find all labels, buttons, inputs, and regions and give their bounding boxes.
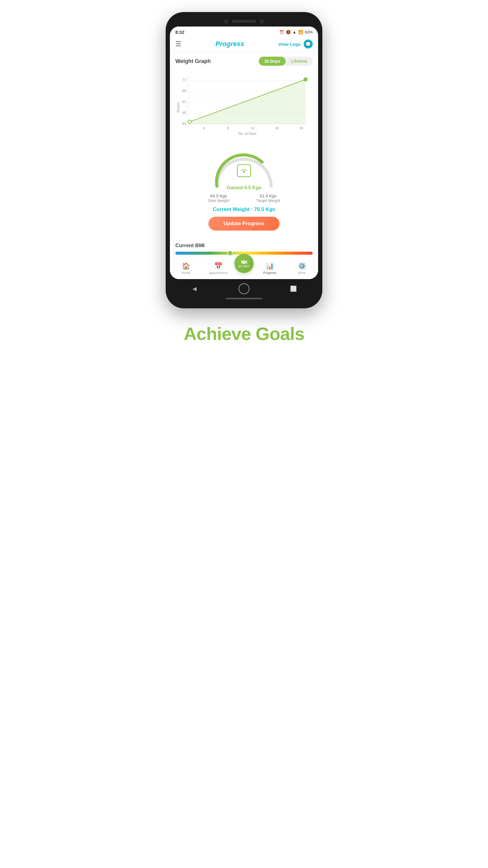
- nav-fab-mydiet[interactable]: 🍽 MY DIET: [234, 254, 254, 273]
- toggle-buttons: 30 Days Lifetime: [259, 57, 313, 66]
- svg-rect-23: [237, 164, 251, 177]
- status-icons: ⏰ 🔕 ▲ 📶 63%: [279, 30, 313, 34]
- header-right: View Logs 💬: [278, 39, 313, 49]
- fab-label: MY DIET: [238, 265, 250, 268]
- status-bar: 8:32 ⏰ 🔕 ▲ 📶 63%: [170, 27, 318, 36]
- svg-text:69: 69: [182, 89, 186, 93]
- toggle-lifetime[interactable]: Lifetime: [286, 57, 313, 66]
- front-camera-2: [260, 19, 264, 24]
- chat-icon[interactable]: 💬: [304, 39, 313, 49]
- svg-text:8: 8: [227, 126, 229, 130]
- weight-graph-header: Weight Graph 30 Days Lifetime: [175, 57, 313, 66]
- nav-item-more[interactable]: ⚙️ More: [286, 262, 318, 275]
- bmi-indicator: [227, 250, 233, 256]
- phone-shell: 8:32 ⏰ 🔕 ▲ 📶 63% ☰ Progress View Logs 💬 …: [166, 12, 322, 308]
- gauge-start-weight: 64.0 Kgs Start Weight: [208, 193, 229, 203]
- status-time: 8:32: [175, 30, 184, 35]
- toggle-30days[interactable]: 30 Days: [259, 57, 286, 66]
- svg-text:63: 63: [182, 122, 186, 125]
- phone-top-bar: [170, 18, 318, 27]
- phone-screen: 8:32 ⏰ 🔕 ▲ 📶 63% ☰ Progress View Logs 💬 …: [170, 27, 318, 279]
- recents-button[interactable]: [288, 283, 299, 294]
- chart-svg: Weight 71 69 67 65 63: [175, 70, 313, 142]
- svg-text:67: 67: [182, 100, 186, 104]
- hamburger-icon[interactable]: ☰: [175, 40, 181, 48]
- svg-text:Weight: Weight: [176, 102, 180, 113]
- svg-point-21: [188, 120, 191, 124]
- tagline: Achieve Goals: [184, 323, 304, 344]
- bottom-nav: 🏠 Home 📅 Appointment 🍽 MY DIET 📊 Progres…: [170, 256, 318, 279]
- home-icon: 🏠: [182, 262, 190, 270]
- home-label: Home: [182, 271, 190, 275]
- mute-icon: 🔕: [286, 30, 291, 34]
- gauge-target-weight: 61.4 Kgs Target Weight: [256, 193, 280, 203]
- svg-point-22: [304, 78, 307, 81]
- calendar-icon: 📅: [214, 262, 222, 270]
- signal-icon: 📶: [298, 30, 303, 34]
- view-logs-button[interactable]: View Logs: [278, 41, 301, 47]
- more-icon: ⚙️: [298, 262, 306, 270]
- svg-text:4: 4: [203, 126, 205, 130]
- nav-item-home[interactable]: 🏠 Home: [170, 262, 202, 275]
- app-header: ☰ Progress View Logs 💬: [170, 36, 318, 52]
- fork-icon: 🍽: [241, 259, 247, 265]
- weight-chart: Weight 71 69 67 65 63: [175, 70, 313, 142]
- battery-icon: 63%: [305, 30, 313, 34]
- nav-item-progress[interactable]: 📊 Progress: [254, 262, 286, 275]
- front-camera: [224, 19, 228, 24]
- gauge-end-labels: 64.0 Kgs Start Weight 61.4 Kgs Target We…: [208, 193, 280, 203]
- gauge-gained-label: Gained 6.5 Kgs: [227, 185, 261, 190]
- app-content: Weight Graph 30 Days Lifetime Weight 71 …: [170, 52, 318, 147]
- bmi-title: Current BMI: [175, 243, 313, 249]
- home-button[interactable]: [238, 283, 250, 294]
- svg-text:20: 20: [299, 126, 303, 130]
- gauge-svg: [211, 153, 277, 189]
- svg-text:65: 65: [182, 111, 186, 115]
- appointment-label: Appointment: [209, 271, 228, 275]
- wifi-icon: ▲: [293, 30, 296, 34]
- nav-item-appointment[interactable]: 📅 Appointment: [202, 262, 234, 275]
- svg-text:12: 12: [251, 126, 255, 130]
- alarm-icon: ⏰: [279, 30, 284, 34]
- home-indicator: [226, 298, 262, 299]
- back-button[interactable]: [189, 283, 200, 294]
- gauge-section: Gained 6.5 Kgs 64.0 Kgs Start Weight 61.…: [170, 147, 318, 239]
- bmi-section: Current BMI: [170, 239, 318, 255]
- app-title: Progress: [216, 40, 244, 48]
- more-label: More: [298, 271, 306, 275]
- weight-graph-title: Weight Graph: [175, 58, 211, 64]
- speaker: [232, 20, 256, 23]
- progress-icon: 📊: [266, 262, 274, 270]
- update-progress-button[interactable]: Update Progress: [208, 217, 280, 230]
- svg-text:No. of Days: No. of Days: [238, 132, 257, 135]
- svg-point-24: [243, 171, 245, 173]
- phone-nav-bar: [170, 279, 318, 296]
- current-weight: Current Weight : 70.5 Kgs: [213, 207, 275, 213]
- gauge-wrapper: Gained 6.5 Kgs: [211, 153, 277, 189]
- progress-label: Progress: [263, 271, 276, 275]
- svg-text:16: 16: [275, 126, 279, 130]
- svg-text:71: 71: [182, 78, 186, 82]
